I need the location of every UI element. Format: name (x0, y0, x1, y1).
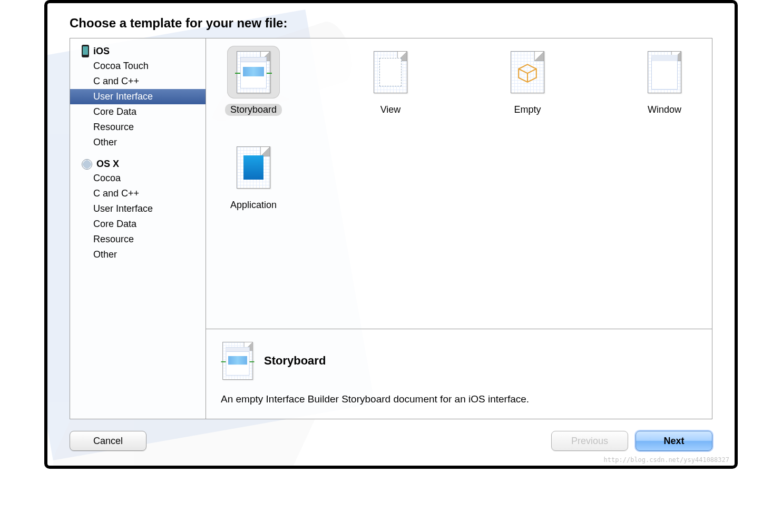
cancel-button[interactable]: Cancel (70, 431, 146, 451)
sidebar-item-osx-cocoa[interactable]: Cocoa (70, 171, 206, 186)
storyboard-icon (222, 342, 253, 380)
template-application[interactable]: Application (217, 141, 290, 211)
detail-description: An empty Interface Builder Storyboard do… (221, 393, 697, 405)
sidebar-group-ios: iOS (70, 42, 206, 58)
sidebar-item-resource[interactable]: Resource (70, 120, 206, 135)
category-sidebar: iOS Cocoa Touch C and C++ User Interface… (70, 38, 206, 419)
template-window[interactable]: Window (628, 46, 701, 116)
sidebar-group-label: OS X (96, 159, 119, 170)
template-grid: Storyboard View (206, 38, 712, 329)
sidebar-item-osx-c-and-cpp[interactable]: C and C++ (70, 186, 206, 201)
sidebar-item-c-and-cpp[interactable]: C and C++ (70, 74, 206, 89)
detail-title: Storyboard (264, 354, 326, 368)
application-icon (227, 141, 280, 194)
main-pane: Storyboard View (206, 38, 712, 419)
sidebar-group-osx: OS X (70, 155, 206, 171)
iphone-icon (82, 45, 89, 57)
template-empty[interactable]: Empty (491, 46, 564, 116)
watermark-text: http://blog.csdn.net/ysy441088327 (604, 456, 729, 464)
storyboard-icon (227, 46, 280, 98)
finder-face-icon (82, 159, 92, 170)
template-label: View (375, 104, 406, 116)
view-icon (364, 46, 417, 98)
template-storyboard[interactable]: Storyboard (217, 46, 290, 116)
sidebar-item-cocoa-touch[interactable]: Cocoa Touch (70, 58, 206, 74)
template-label: Application (225, 199, 282, 211)
content-pane: iOS Cocoa Touch C and C++ User Interface… (70, 38, 712, 419)
template-detail: Storyboard An empty Interface Builder St… (206, 329, 712, 419)
template-label: Window (642, 104, 687, 116)
template-label: Storyboard (225, 104, 282, 116)
sidebar-item-other[interactable]: Other (70, 135, 206, 150)
template-view[interactable]: View (354, 46, 427, 116)
sidebar-item-user-interface[interactable]: User Interface (70, 89, 206, 104)
page-title: Choose a template for your new file: (47, 3, 735, 38)
sidebar-item-core-data[interactable]: Core Data (70, 104, 206, 120)
sidebar-group-label: iOS (93, 46, 110, 57)
template-label: Empty (509, 104, 546, 116)
sidebar-item-osx-resource[interactable]: Resource (70, 232, 206, 247)
sidebar-item-osx-core-data[interactable]: Core Data (70, 216, 206, 232)
window-icon (638, 46, 691, 98)
sidebar-item-osx-user-interface[interactable]: User Interface (70, 201, 206, 216)
next-button[interactable]: Next (636, 431, 712, 451)
previous-button[interactable]: Previous (551, 431, 628, 451)
sidebar-item-osx-other[interactable]: Other (70, 247, 206, 262)
empty-icon (501, 46, 554, 98)
